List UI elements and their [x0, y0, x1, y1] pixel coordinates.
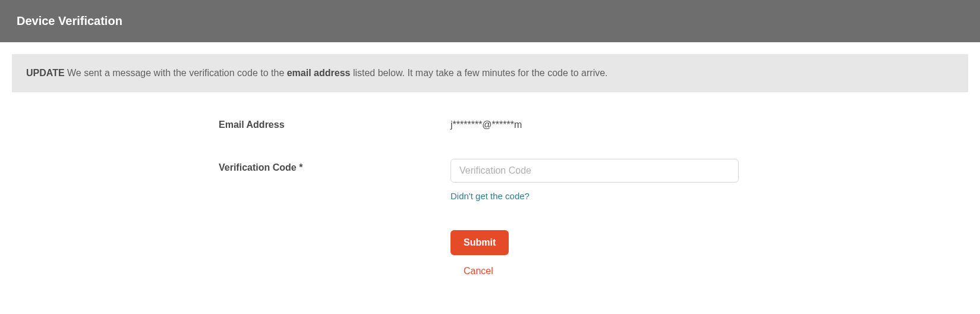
- page-header: Device Verification: [0, 0, 980, 42]
- email-label: Email Address: [12, 116, 450, 130]
- email-value: j********@******m: [450, 116, 968, 130]
- code-input-col: Didn't get the code?: [450, 159, 968, 202]
- cancel-link[interactable]: Cancel: [464, 266, 493, 276]
- actions-row: Submit: [12, 230, 968, 255]
- notice-text-after: listed below. It may take a few minutes …: [350, 68, 607, 78]
- page-title: Device Verification: [17, 14, 963, 28]
- verification-form: Email Address j********@******m Verifica…: [12, 92, 968, 277]
- code-label: Verification Code *: [12, 159, 450, 173]
- notice-text-before: We sent a message with the verification …: [65, 68, 287, 78]
- verification-code-input[interactable]: [450, 159, 739, 183]
- submit-button[interactable]: Submit: [450, 230, 509, 255]
- content-wrap: UPDATE We sent a message with the verifi…: [0, 42, 980, 288]
- resend-code-link[interactable]: Didn't get the code?: [450, 191, 530, 201]
- notice-mid-bold: email address: [287, 68, 351, 78]
- notice-prefix: UPDATE: [26, 68, 65, 78]
- update-notice: UPDATE We sent a message with the verifi…: [12, 54, 968, 92]
- cancel-row: Cancel: [12, 266, 968, 277]
- email-row: Email Address j********@******m: [12, 116, 968, 130]
- code-row: Verification Code * Didn't get the code?: [12, 159, 968, 202]
